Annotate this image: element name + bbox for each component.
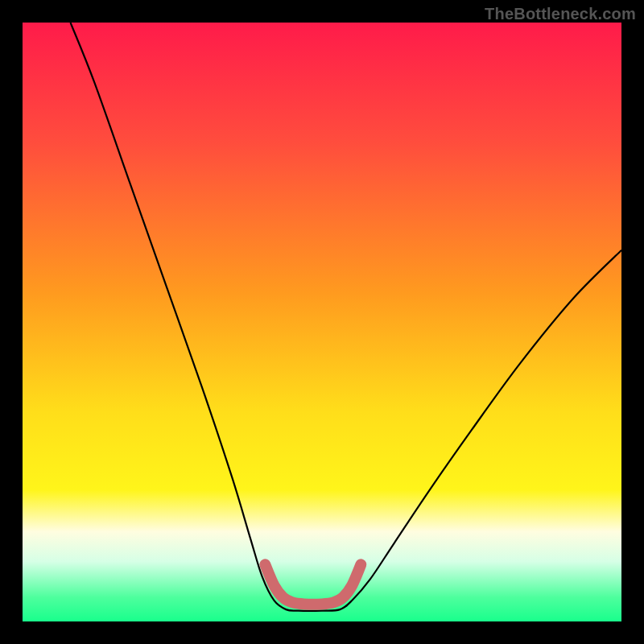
plot-area <box>23 23 621 621</box>
chart-svg <box>23 23 621 621</box>
gradient-background <box>23 23 621 621</box>
chart-frame: TheBottleneck.com <box>0 0 644 644</box>
watermark-text: TheBottleneck.com <box>485 5 636 23</box>
